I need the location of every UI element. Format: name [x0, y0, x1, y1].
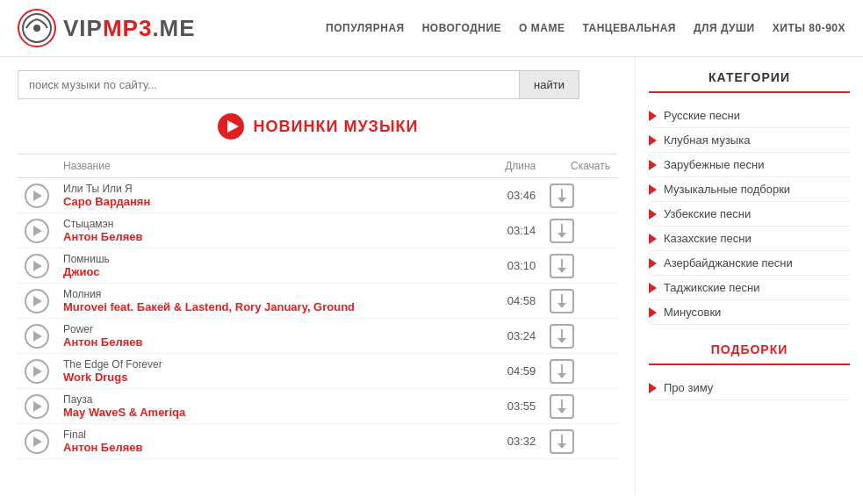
- song-info: Помнишь Джиос: [63, 253, 473, 278]
- download-cell: [543, 319, 617, 354]
- list-item[interactable]: Узбекские песни: [649, 202, 850, 227]
- song-title: Стыцамэн: [63, 218, 473, 230]
- song-artist[interactable]: Work Drugs: [63, 371, 473, 384]
- arrow-head: [557, 233, 566, 238]
- podborki-link[interactable]: Про зиму: [664, 381, 713, 394]
- list-item[interactable]: Клубная музыка: [649, 128, 850, 153]
- list-item[interactable]: Про зиму: [649, 376, 850, 400]
- download-arrow-icon: [557, 435, 566, 449]
- category-link[interactable]: Минусовки: [664, 306, 721, 319]
- song-artist[interactable]: May WaveS & Ameriqa: [63, 406, 473, 419]
- song-info-cell: Молния Murovei feat. Бакей & Lastend, Ro…: [56, 284, 480, 319]
- arrow-head: [557, 373, 566, 378]
- song-artist[interactable]: Саро Варданян: [63, 195, 473, 208]
- song-artist[interactable]: Антон Беляев: [63, 441, 473, 454]
- sidebar-play-icon: [649, 258, 657, 269]
- category-link[interactable]: Музыкальные подборки: [664, 183, 790, 196]
- play-button[interactable]: [25, 184, 49, 208]
- category-link[interactable]: Таджикские песни: [664, 281, 759, 294]
- category-link[interactable]: Узбекские песни: [664, 207, 751, 220]
- list-item[interactable]: Музыкальные подборки: [649, 177, 850, 202]
- arrow-head: [557, 198, 566, 203]
- download-button[interactable]: [550, 394, 574, 419]
- list-item[interactable]: Азербайджанские песни: [649, 251, 850, 276]
- play-button[interactable]: [25, 254, 49, 278]
- play-cell: [18, 319, 56, 354]
- download-button[interactable]: [550, 184, 574, 208]
- play-cell: [18, 354, 56, 389]
- col-download: Скачать: [543, 155, 617, 178]
- sidebar-play-icon: [649, 209, 657, 220]
- col-duration: Длина: [480, 155, 543, 178]
- play-button[interactable]: [25, 394, 49, 419]
- category-link[interactable]: Клубная музыка: [664, 133, 750, 147]
- category-link[interactable]: Русские песни: [664, 109, 740, 122]
- table-row: Power Антон Беляев 03:24: [18, 319, 617, 354]
- table-row: The Edge Of Forever Work Drugs 04:59: [18, 354, 617, 389]
- category-link[interactable]: Азербайджанские песни: [664, 256, 793, 270]
- download-button[interactable]: [550, 324, 574, 349]
- song-info-cell: Пауза May WaveS & Ameriqa: [56, 389, 480, 424]
- play-cell: [18, 389, 56, 424]
- nav-dance[interactable]: ТАНЦЕВАЛЬНАЯ: [582, 22, 676, 34]
- arrow-head: [557, 443, 566, 449]
- table-row: Стыцамэн Антон Беляев 03:14: [18, 213, 617, 248]
- logo-icon: [18, 9, 56, 47]
- play-triangle-icon: [33, 296, 42, 306]
- arrow-head: [557, 338, 566, 343]
- download-button[interactable]: [550, 429, 574, 454]
- download-button[interactable]: [550, 254, 574, 278]
- song-artist[interactable]: Антон Беляев: [63, 230, 473, 243]
- play-cell: [18, 284, 56, 319]
- search-button[interactable]: найти: [520, 70, 579, 99]
- song-info: Стыцамэн Антон Беляев: [63, 218, 473, 243]
- podborki-list: Про зиму: [649, 376, 850, 400]
- play-button[interactable]: [25, 429, 49, 454]
- category-link[interactable]: Зарубежные песни: [664, 158, 764, 171]
- nav-soul[interactable]: ДЛЯ ДУШИ: [694, 22, 755, 34]
- arrow-line: [561, 435, 563, 443]
- download-button[interactable]: [550, 219, 574, 243]
- song-duration: 03:10: [480, 248, 543, 284]
- search-bar: найти: [18, 70, 579, 99]
- nav-popular[interactable]: ПОПУЛЯРНАЯ: [326, 22, 405, 34]
- category-link[interactable]: Казахские песни: [664, 232, 752, 245]
- list-item[interactable]: Казахские песни: [649, 227, 850, 251]
- sidebar-play-icon: [649, 307, 657, 318]
- download-button[interactable]: [550, 289, 574, 313]
- play-button[interactable]: [25, 359, 49, 384]
- play-button[interactable]: [25, 219, 49, 243]
- list-item[interactable]: Русские песни: [649, 104, 850, 128]
- song-artist[interactable]: Murovei feat. Бакей & Lastend, Rory Janu…: [63, 300, 473, 313]
- list-item[interactable]: Таджикские песни: [649, 276, 850, 300]
- play-button[interactable]: [25, 289, 49, 313]
- list-item[interactable]: Минусовки: [649, 300, 850, 325]
- nav-hits[interactable]: ХИТЫ 80-90Х: [773, 22, 845, 34]
- download-cell: [543, 389, 617, 424]
- song-artist[interactable]: Джиос: [63, 265, 473, 278]
- list-item[interactable]: Зарубежные песни: [649, 153, 850, 177]
- song-info: Power Антон Беляев: [63, 323, 473, 349]
- play-cell: [18, 424, 56, 459]
- download-arrow-icon: [557, 364, 566, 378]
- new-music-title: НОВИНКИ МУЗЫКИ: [254, 118, 419, 136]
- play-button[interactable]: [25, 324, 49, 349]
- nav-about-mom[interactable]: О МАМЕ: [519, 22, 565, 34]
- sidebar-play-icon: [649, 234, 657, 244]
- song-title: Final: [63, 428, 473, 441]
- download-arrow-icon: [557, 224, 566, 238]
- song-artist[interactable]: Антон Беляев: [63, 335, 473, 349]
- song-info: Пауза May WaveS & Ameriqa: [63, 393, 473, 419]
- categories-list: Русские песни Клубная музыка Зарубежные …: [649, 104, 850, 325]
- play-triangle-icon: [33, 366, 42, 377]
- nav-new-year[interactable]: НОВОГОДНИЕ: [422, 22, 501, 34]
- download-cell: [543, 284, 617, 319]
- logo[interactable]: VIPMP3.ME: [18, 9, 196, 47]
- arrow-head: [557, 408, 566, 414]
- download-button[interactable]: [550, 359, 574, 384]
- song-info-cell: Или Ты Или Я Саро Варданян: [56, 178, 480, 213]
- content-area: найти НОВИНКИ МУЗЫКИ Название Длина Скач…: [0, 57, 635, 496]
- search-input[interactable]: [18, 70, 520, 99]
- table-header-row: Название Длина Скачать: [18, 155, 617, 178]
- arrow-head: [557, 268, 566, 273]
